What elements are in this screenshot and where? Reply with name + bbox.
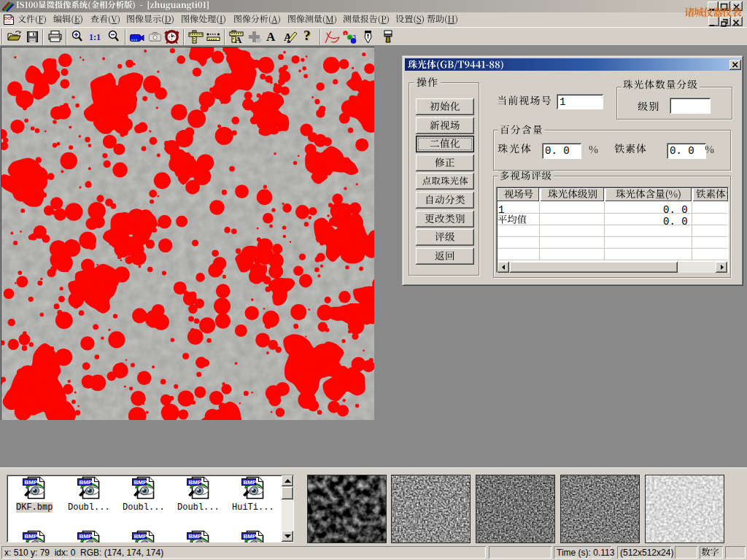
svg-text:BMP: BMP	[189, 533, 202, 540]
svg-text:BMP: BMP	[80, 479, 93, 486]
svg-text:BMP: BMP	[244, 533, 257, 540]
svg-text:BMP: BMP	[134, 533, 147, 540]
svg-text:?: ?	[303, 30, 311, 43]
svg-text:BMP: BMP	[189, 479, 202, 486]
svg-text:BMP: BMP	[25, 533, 38, 540]
svg-text:BMP: BMP	[134, 479, 147, 486]
svg-text:BMP: BMP	[244, 479, 257, 486]
svg-text:BMP: BMP	[80, 533, 93, 540]
svg-text:A: A	[235, 34, 242, 44]
svg-text:BMP: BMP	[25, 479, 38, 486]
svg-text:a: a	[349, 35, 352, 40]
svg-text:DOC: DOC	[4, 16, 15, 20]
